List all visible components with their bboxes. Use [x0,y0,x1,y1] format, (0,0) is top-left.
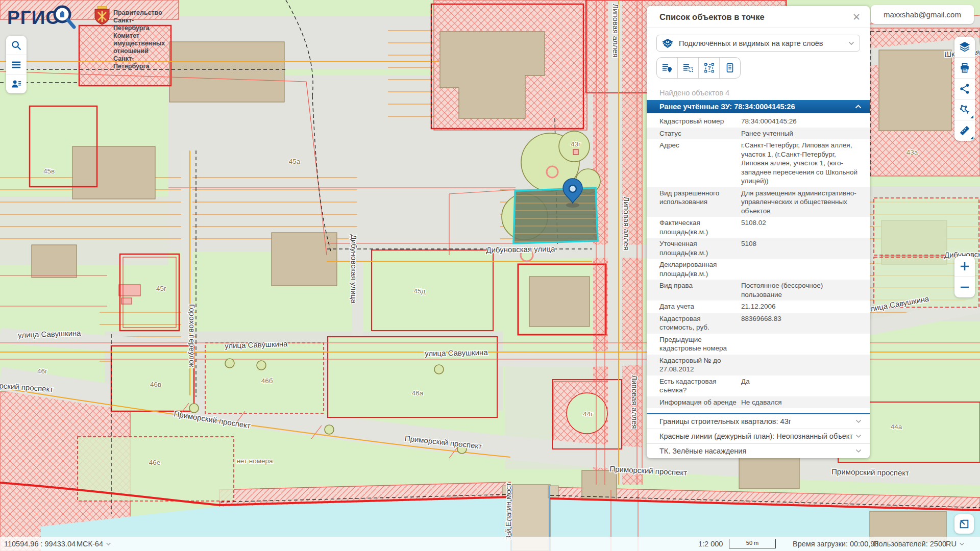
gov-line1: Правительство Санкт-Петербурга [113,9,165,32]
row-value: Постоянное (бессрочное) пользование [741,281,864,299]
share-button[interactable] [954,78,975,99]
selected-parcel[interactable] [513,188,598,243]
zoom-out-button[interactable] [954,277,975,297]
select-objects-icon [959,104,971,116]
street-label: Горохов переулок [188,304,197,367]
object-section-header[interactable]: Ранее учтённые ЗУ: 78:34:0004145:26 [647,100,870,113]
measure-button[interactable] [954,120,975,141]
table-row: Кадастровая стоимость, руб.88369668.83 [647,313,870,334]
parcel-label: 46а [412,389,424,397]
quarter-43g-marker [573,149,578,155]
found-objects-text: Найдено объектов 4 [659,89,870,97]
table-row: Дата учета21.12.2006 [647,300,870,313]
report-icon [725,63,735,73]
objects-in-area-button[interactable] [677,58,698,78]
collapsed-sections: Границы строительных кварталов: 43г Крас… [647,413,870,458]
objects-in-area-icon [682,63,694,73]
parcel-label: 45г [156,285,166,292]
search-icon [11,40,22,51]
panel-header: Список объектов в точке ✕ [647,6,870,28]
parcel-label: 45д [414,287,426,295]
parcel-label: 46г [37,367,47,375]
zoom-in-button[interactable] [954,256,975,277]
table-row: Вид разрешенного использованияДля размещ… [647,187,870,217]
street-label: Липовая аллея [611,4,620,57]
print-button[interactable] [954,57,975,78]
table-row: Предыдущие кадастровые номера [647,334,870,355]
fullscreen-button[interactable] [954,514,974,534]
table-row: Кадастровый номер78:34:0004145:26 [647,115,870,128]
spb-coat-of-arms [94,6,110,26]
collapsed-section-header[interactable]: Границы строительных кварталов: 43г [647,414,870,429]
table-row: Есть кадастровая съёмка?Да [647,375,870,396]
row-label: Адрес [659,141,741,186]
table-row: Адресг.Санкт-Петербург, Липовая аллея, у… [647,139,870,187]
map-scale[interactable]: 1:2 000 [698,537,723,551]
row-value: 5108 [741,239,864,257]
layer-filter-select[interactable]: Подключённых и видимых на карте слоёв [656,35,860,52]
chevron-down-icon [855,434,862,438]
gov-line2: Комитет имущественных отношений Санкт-Пе… [113,32,165,70]
app-window: улица Савушкинаулица Савушкинаулица Саву… [0,0,980,551]
svg-text:?: ? [707,65,710,71]
row-label: Предыдущие кадастровые номера [659,335,741,353]
layers-icon [959,41,971,53]
user-email[interactable]: maxxshab@gmail.com [871,5,974,24]
row-label: Фактическая площадь(кв.м.) [659,218,741,236]
table-row: Информация об арендеНе сдавался [647,396,870,409]
user-roles-button[interactable] [6,74,27,93]
chevron-up-icon [855,105,862,109]
row-value: 21.12.2006 [741,302,864,311]
report-button[interactable] [719,58,740,78]
street-label: Липовая аллея [630,375,639,429]
table-row: Декларированная площадь(кв.м.) [647,259,870,280]
street-label: 3-й Елагин мост [504,483,512,540]
street-label: Дибуновская улица [486,244,555,254]
parcel-label: 46в [150,381,161,388]
row-label: Вид разрешенного использования [659,189,741,216]
chevron-down-icon [959,542,965,546]
table-row: СтатусРанее учтенный [647,128,870,140]
collapsed-section-header[interactable]: Красные линии (дежурный план): Неопознан… [647,429,870,444]
row-value: Для размещения административно-управленч… [741,189,864,216]
row-value: Ранее учтенный [741,129,864,138]
row-value: 5108.02 [741,218,864,236]
row-value [741,356,864,374]
chevron-down-icon [106,542,111,546]
fullscreen-icon [959,518,970,530]
layers-visible-icon [662,38,674,48]
right-toolbar [954,37,975,141]
chevron-down-icon [848,41,854,45]
table-row: Фактическая площадь(кв.м.)5108.02 [647,217,870,238]
fullscreen-control [954,514,974,534]
select-objects-button[interactable] [954,99,975,120]
section-title: Границы строительных кварталов: 43г [659,417,791,425]
chevron-down-icon [855,449,862,453]
cursor-coordinates: 110594.96 : 99433.04 [4,537,76,551]
objects-at-point-button[interactable] [657,58,677,78]
menu-button[interactable] [6,55,27,74]
gov-title: Правительство Санкт-Петербурга Комитет и… [113,9,165,70]
row-value: 88369668.83 [741,314,864,332]
zoom-control [954,256,975,297]
row-label: Вид права [659,281,741,299]
menu-icon [11,59,22,70]
row-label: Кадастровый номер [659,117,741,126]
identify-button[interactable]: ? [698,58,719,78]
row-value [741,260,864,278]
parcel-label: 45а [289,158,301,165]
collapsed-section-header[interactable]: ТК. Зелёные насаждения [647,444,870,458]
rgis-loupe-icon [50,2,78,31]
share-icon [959,83,970,94]
row-value [741,335,864,353]
row-label: Статус [659,129,741,138]
users-count: Пользователей: 2500 [873,537,946,551]
close-icon[interactable]: ✕ [852,12,861,22]
chevron-down-icon [855,419,862,423]
section-title: Красные линии (дежурный план): Неопознан… [659,432,853,440]
search-button[interactable] [6,36,27,55]
crs-selector[interactable]: МСК-64 [77,537,111,551]
layers-button[interactable] [954,37,975,57]
parcel-label: нет номера [236,457,273,465]
language-selector[interactable]: RU [946,537,965,551]
